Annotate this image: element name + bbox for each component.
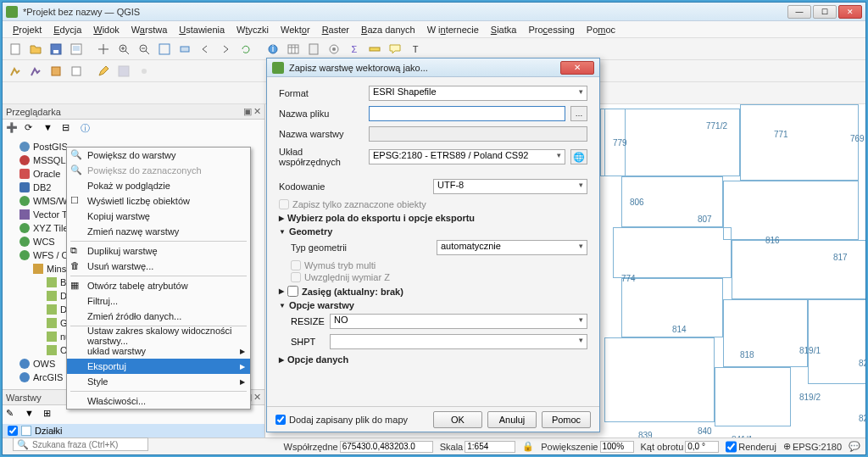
- ctx-export[interactable]: Eksportuj▶: [67, 359, 250, 374]
- ctx-copy-layer[interactable]: Kopiuj warstwę: [67, 209, 250, 224]
- zoom-last-icon[interactable]: [196, 40, 214, 59]
- format-select[interactable]: ESRI Shapefile: [369, 86, 587, 101]
- menu-baza[interactable]: Baza danych: [356, 23, 420, 36]
- toolbox-icon[interactable]: [325, 40, 343, 59]
- menu-projekt[interactable]: Projekt: [8, 23, 47, 36]
- ctx-remove-layer[interactable]: 🗑Usuń warstwę...: [67, 259, 250, 274]
- menu-widok[interactable]: Widok: [88, 23, 125, 36]
- browser-filter-icon[interactable]: ▼: [43, 122, 57, 136]
- maptips-icon[interactable]: [386, 40, 404, 59]
- shpt-select[interactable]: [330, 334, 587, 349]
- save-icon[interactable]: [47, 40, 65, 59]
- epsg-field[interactable]: ⊕EPSG:2180: [783, 441, 842, 452]
- edit-toggle-icon[interactable]: [94, 62, 113, 81]
- zoom-out-icon[interactable]: [135, 40, 153, 59]
- menu-processing[interactable]: Processing: [523, 23, 579, 36]
- fields-section-head[interactable]: ▶Wybierz pola do eksportu i opcje ekspor…: [279, 213, 587, 223]
- ok-button[interactable]: OK: [433, 411, 482, 428]
- identify-icon[interactable]: i: [264, 40, 282, 59]
- minimize-button[interactable]: —: [787, 5, 811, 19]
- add-vector-icon[interactable]: [6, 62, 25, 81]
- encoding-select[interactable]: UTF-8: [433, 179, 587, 194]
- layer-expand-icon[interactable]: ⊞: [43, 408, 57, 421]
- add-feature-icon[interactable]: [135, 62, 153, 81]
- lock-icon[interactable]: 🔒: [522, 441, 534, 452]
- ctx-show-count[interactable]: ☐Wyświetl liczbę obiektów: [67, 193, 250, 209]
- extent-checkbox[interactable]: [287, 286, 298, 297]
- layer-item[interactable]: Działki: [3, 424, 264, 437]
- annotation-icon[interactable]: T: [406, 40, 425, 59]
- filename-input[interactable]: [369, 106, 565, 121]
- ctx-zoom-layer[interactable]: 🔍Powiększ do warstwy: [67, 148, 250, 163]
- menu-ustawienia[interactable]: Ustawienia: [174, 23, 230, 36]
- menu-edycja[interactable]: Edycja: [48, 23, 86, 36]
- add-to-map-checkbox[interactable]: [275, 415, 286, 425]
- menu-siatka[interactable]: Siatka: [486, 23, 522, 36]
- calculator-icon[interactable]: [304, 40, 323, 59]
- magnify-input[interactable]: [600, 441, 634, 453]
- menu-pomoc[interactable]: Pomoc: [581, 23, 620, 36]
- browser-close-icon[interactable]: ✕: [253, 106, 261, 117]
- new-shapefile-icon[interactable]: [26, 62, 45, 81]
- layername-input[interactable]: [369, 126, 587, 142]
- crs-browse-button[interactable]: 🌐: [570, 149, 587, 164]
- ctx-rename-layer[interactable]: Zmień nazwę warstwy: [67, 224, 250, 239]
- browser-props-icon[interactable]: ⓘ: [81, 122, 94, 136]
- scale-input[interactable]: [465, 441, 515, 453]
- zoom-next-icon[interactable]: [216, 40, 235, 59]
- statistics-icon[interactable]: Σ: [345, 40, 364, 59]
- new-layout-icon[interactable]: [67, 40, 86, 59]
- extent-section-head[interactable]: ▶Zasięg (aktualny: brak): [279, 286, 587, 297]
- cancel-button[interactable]: Anuluj: [487, 411, 537, 428]
- new-memory-icon[interactable]: [67, 62, 86, 81]
- refresh-icon[interactable]: [236, 40, 255, 59]
- locator-search[interactable]: 🔍: [13, 437, 148, 451]
- ctx-properties[interactable]: Właściwości...: [67, 393, 250, 409]
- browser-collapse-icon[interactable]: ⊟: [62, 122, 75, 136]
- open-project-icon[interactable]: [26, 40, 45, 59]
- ctx-layer-crs[interactable]: układ warstwy▶: [67, 343, 250, 359]
- maximize-button[interactable]: ☐: [813, 5, 837, 19]
- new-geopackage-icon[interactable]: [47, 62, 65, 81]
- menu-raster[interactable]: Raster: [317, 23, 354, 36]
- pan-icon[interactable]: [94, 40, 113, 59]
- ctx-filter[interactable]: Filtruj...: [67, 293, 250, 309]
- help-button[interactable]: Pomoc: [542, 411, 591, 428]
- ctx-scale-visibility[interactable]: Ustaw zakres skalowy widoczności warstwy…: [67, 328, 250, 343]
- render-checkbox[interactable]: [726, 441, 737, 453]
- resize-select[interactable]: NO: [330, 314, 587, 329]
- rotation-input[interactable]: [685, 441, 719, 453]
- save-edits-icon[interactable]: [114, 62, 133, 81]
- ctx-show-overview[interactable]: Pokaż w podglądzie: [67, 178, 250, 193]
- browser-undock-icon[interactable]: ▣: [243, 106, 252, 117]
- menu-wektor[interactable]: Wektor: [275, 23, 315, 36]
- crs-select[interactable]: EPSG:2180 - ETRS89 / Poland CS92: [369, 149, 565, 164]
- menu-wtyczki[interactable]: Wtyczki: [231, 23, 274, 36]
- search-input[interactable]: [32, 440, 144, 449]
- browser-refresh-icon[interactable]: ⟳: [25, 122, 38, 136]
- zoom-layer-icon[interactable]: [175, 40, 194, 59]
- menu-warstwa[interactable]: Warstwa: [126, 23, 172, 36]
- dataopts-section-head[interactable]: ▶Opcje danych: [279, 354, 587, 365]
- layeropts-section-head[interactable]: ▼Opcje warstwy: [279, 300, 587, 310]
- messages-icon[interactable]: 💬: [849, 441, 860, 452]
- layers-close-icon[interactable]: ✕: [253, 392, 261, 403]
- layer-style-icon[interactable]: ✎: [6, 408, 19, 421]
- measure-icon[interactable]: [365, 40, 384, 59]
- layer-visibility-checkbox[interactable]: [8, 426, 18, 436]
- menu-internet[interactable]: W internecie: [422, 23, 484, 36]
- layer-filter-icon[interactable]: ▼: [25, 408, 38, 421]
- dialog-close-button[interactable]: ✕: [560, 61, 594, 75]
- coords-input[interactable]: [340, 441, 433, 453]
- geometry-section-head[interactable]: ▼Geometry: [279, 226, 587, 237]
- browse-button[interactable]: …: [570, 106, 587, 121]
- close-button[interactable]: ✕: [838, 5, 862, 19]
- geomtype-select[interactable]: automatycznie: [437, 240, 587, 255]
- ctx-duplicate-layer[interactable]: ⧉Duplikuj warstwę: [67, 243, 250, 259]
- ctx-change-source[interactable]: Zmień źródło danych...: [67, 309, 250, 324]
- browser-add-icon[interactable]: ➕: [6, 122, 19, 136]
- attribute-table-icon[interactable]: [284, 40, 303, 59]
- ctx-styles[interactable]: Style▶: [67, 374, 250, 389]
- ctx-attribute-table[interactable]: ▦Otwórz tabelę atrybutów: [67, 278, 250, 293]
- zoom-in-icon[interactable]: [114, 40, 133, 59]
